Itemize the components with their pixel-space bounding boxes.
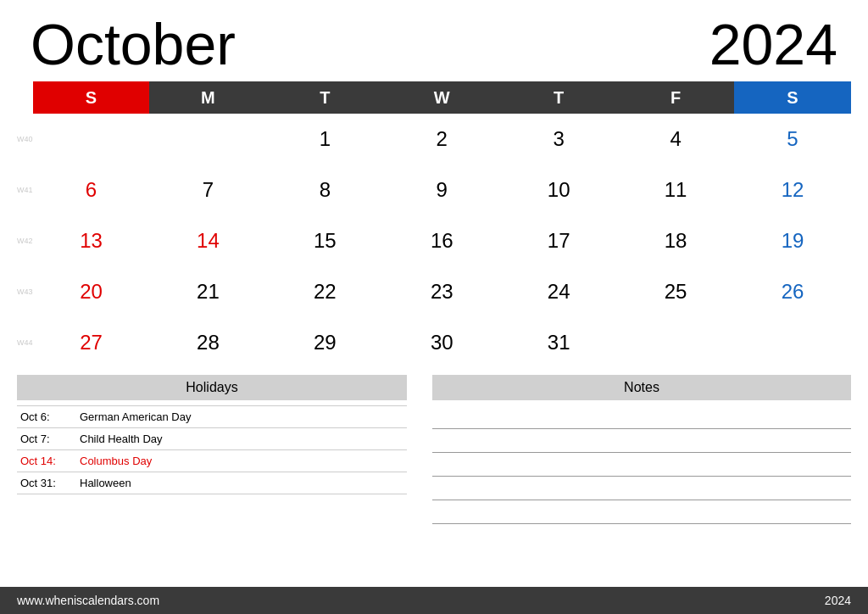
note-line[interactable]: [432, 405, 851, 429]
day-cell: 30: [383, 317, 500, 368]
note-line[interactable]: [432, 477, 851, 500]
calendar-page: October 2024 S M T W T F S W4012345W4167…: [0, 0, 868, 614]
holidays-section: Holidays Oct 6:German American DayOct 7:…: [17, 375, 407, 580]
day-cell: 24: [500, 266, 617, 317]
holiday-date: Oct 31:: [17, 472, 76, 494]
day-header-thu: T: [500, 81, 617, 114]
week-label: W40: [17, 114, 33, 165]
day-cell: [149, 114, 266, 165]
week-col-header: [17, 81, 33, 114]
notes-header: Notes: [432, 375, 851, 400]
day-cell: 28: [149, 317, 266, 368]
day-cell: 4: [617, 114, 734, 165]
footer-year: 2024: [825, 594, 851, 607]
day-cell: [734, 317, 851, 368]
footer-url: www.wheniscalendars.com: [17, 594, 159, 607]
day-cell: 10: [500, 165, 617, 215]
week-label: W41: [17, 165, 33, 215]
holiday-row: Oct 31:Halloween: [17, 472, 407, 494]
day-cell: 16: [383, 215, 500, 266]
day-header-sun: S: [33, 81, 150, 114]
day-cell: 18: [617, 215, 734, 266]
calendar-table: S M T W T F S W4012345W416789101112W4213…: [17, 81, 851, 368]
day-header-sat: S: [734, 81, 851, 114]
day-cell: 31: [500, 317, 617, 368]
notes-lines: [432, 405, 851, 524]
holiday-date: Oct 14:: [17, 450, 76, 472]
day-cell: 2: [383, 114, 500, 165]
day-cell: 23: [383, 266, 500, 317]
day-cell: 19: [734, 215, 851, 266]
day-cell: 1: [266, 114, 383, 165]
day-cell: 21: [149, 266, 266, 317]
footer: www.wheniscalendars.com 2024: [0, 587, 868, 614]
year-title: 2024: [709, 15, 837, 73]
day-cell: 5: [734, 114, 851, 165]
day-cell: 12: [734, 165, 851, 215]
day-cell: 8: [266, 165, 383, 215]
day-cell: [33, 114, 150, 165]
day-cell: 6: [33, 165, 150, 215]
day-cell: 7: [149, 165, 266, 215]
note-line[interactable]: [432, 500, 851, 524]
day-header-tue: T: [266, 81, 383, 114]
holiday-date: Oct 6:: [17, 406, 76, 428]
day-header-mon: M: [149, 81, 266, 114]
holidays-header: Holidays: [17, 375, 407, 400]
header: October 2024: [0, 0, 868, 81]
day-cell: 3: [500, 114, 617, 165]
day-cell: 14: [149, 215, 266, 266]
holiday-row: Oct 6:German American Day: [17, 406, 407, 428]
holiday-name: Child Health Day: [76, 428, 407, 450]
day-cell: 25: [617, 266, 734, 317]
bottom-section: Holidays Oct 6:German American DayOct 7:…: [0, 368, 868, 580]
day-cell: 17: [500, 215, 617, 266]
calendar-section: S M T W T F S W4012345W416789101112W4213…: [0, 81, 868, 368]
week-label: W43: [17, 266, 33, 317]
holiday-name: Halloween: [76, 472, 407, 494]
day-cell: 22: [266, 266, 383, 317]
holiday-date: Oct 7:: [17, 428, 76, 450]
day-cell: [617, 317, 734, 368]
note-line[interactable]: [432, 453, 851, 477]
day-header-wed: W: [383, 81, 500, 114]
day-header-fri: F: [617, 81, 734, 114]
day-cell: 15: [266, 215, 383, 266]
holidays-table: Oct 6:German American DayOct 7:Child Hea…: [17, 405, 407, 494]
day-cell: 9: [383, 165, 500, 215]
holiday-name: German American Day: [76, 406, 407, 428]
notes-section: Notes: [432, 375, 851, 580]
day-cell: 20: [33, 266, 150, 317]
holiday-name: Columbus Day: [76, 450, 407, 472]
holiday-row: Oct 7:Child Health Day: [17, 428, 407, 450]
week-label: W44: [17, 317, 33, 368]
day-cell: 29: [266, 317, 383, 368]
day-cell: 27: [33, 317, 150, 368]
week-label: W42: [17, 215, 33, 266]
month-title: October: [31, 15, 236, 73]
note-line[interactable]: [432, 429, 851, 453]
day-cell: 11: [617, 165, 734, 215]
day-cell: 26: [734, 266, 851, 317]
day-cell: 13: [33, 215, 150, 266]
holiday-row: Oct 14:Columbus Day: [17, 450, 407, 472]
